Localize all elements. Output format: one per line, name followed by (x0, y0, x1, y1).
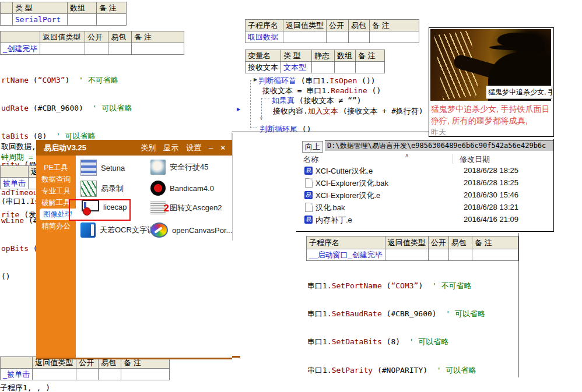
menu-display[interactable]: 显示 (163, 143, 178, 153)
code-fragment[interactable]: (串口1.Is (1, 196, 39, 207)
sidebar-item-pro-tools[interactable]: 专业工具 (36, 185, 76, 197)
easy-record-icon (80, 181, 97, 197)
up-button[interactable]: 向上 (302, 141, 323, 153)
opencanvas-icon (150, 223, 168, 238)
launcher-titlebar[interactable]: 易启动V3.25 类别 显示 设置 – × (36, 140, 232, 156)
app-item-bandicam[interactable]: Bandicam4.0 (150, 181, 214, 196)
launcher-window: 易启动V3.25 类别 显示 设置 – × PE工具 数据查询 专业工具 破解工… (36, 140, 232, 359)
code-line[interactable]: 接收内容.加入文本 (接收文本 + #换行符) (273, 106, 423, 116)
code-line[interactable]: 串口1.SetParity (#NOPARITY) ' 可以省略 (307, 365, 517, 376)
file-name[interactable]: XCI-Explorer汉化.e (315, 190, 380, 201)
app-item-opencanvas[interactable]: openCanvasPor... (150, 223, 232, 238)
col-header: 数组 (68, 2, 97, 14)
column-header-date[interactable]: 修改日期 (460, 154, 490, 165)
code-line[interactable]: 判断循环首 (串口1.IsOpen ()) (258, 76, 376, 86)
close-button[interactable]: × (220, 143, 225, 152)
app-label: Bandicam4.0 (170, 184, 214, 193)
col-header: 公开 (428, 236, 448, 249)
file-date: 2018/6/28 13:21 (464, 203, 518, 211)
column-header-name[interactable]: 名称 (303, 154, 318, 165)
type-value-cell[interactable]: SerialPort (13, 14, 68, 26)
menu-category[interactable]: 类别 (141, 143, 156, 153)
photo-card: 猛鬼梦中追杀少女, 手 猛鬼梦中追杀少女, 手持铁爪面目狰狞, 所有的噩梦都将成… (429, 27, 554, 137)
table-row[interactable]: SerialPort (1, 14, 127, 26)
col-header: 公开 (327, 20, 349, 31)
col-header: 返回值类型 (40, 31, 85, 43)
sidebar-item-office[interactable]: 精简办公 (36, 220, 76, 232)
bak-file-icon (305, 178, 313, 188)
col-header (1, 31, 40, 43)
table-row[interactable]: __启动窗口_创建完毕 (307, 249, 519, 261)
sort-ascending-icon[interactable]: ∧ (405, 153, 409, 158)
app-item-easy-record[interactable]: 易录制 (80, 181, 124, 197)
col-header: 子程序名 (307, 236, 385, 249)
file-row[interactable]: 内存补丁.e 2016/4/16 21:09 (296, 214, 553, 226)
subroutine-table: 返回值类型 公开 易包 备 注 _创建完毕 (0, 31, 184, 55)
code-line[interactable]: 串口1.SetPortName (“COM3”) ' 不可省略 (307, 281, 517, 291)
panel-bottom-border (232, 132, 429, 132)
file-row[interactable]: XCI-Explorer汉化.bak 2018/6/28 18:25 (296, 177, 553, 189)
sidebar-item-data-query[interactable]: 数据查询 (36, 174, 76, 185)
app-label: openCanvasPor... (172, 226, 232, 235)
file-row[interactable]: XCI-Explorer汉化.e 2018/6/30 15:46 (296, 189, 553, 202)
code-line[interactable]: 判断循环尾 () (260, 124, 311, 135)
file-name[interactable]: 内存补丁.e (315, 215, 352, 225)
file-row[interactable]: XCI-Cutter汉化.e 2018/6/28 18:25 (296, 165, 553, 177)
col-header: 数组 (335, 50, 356, 62)
seal-photo-icon (150, 160, 166, 175)
file-name[interactable]: XCI-Explorer汉化.bak (315, 178, 388, 189)
subroutine-name-cell[interactable]: 取回数据 (246, 31, 283, 43)
margin-marker-icon: ▶ (237, 107, 240, 112)
if-connector-line (261, 98, 269, 98)
app-item-setuna[interactable]: Setuna (80, 160, 125, 176)
table-row[interactable]: _被单击 (1, 369, 170, 380)
file-name[interactable]: XCI-Cutter汉化.e (315, 166, 373, 176)
code-fragment[interactable]: 取回数据, (1, 142, 36, 152)
table-row[interactable]: 接收文本 文本型 (246, 62, 385, 73)
subroutine-name-cell[interactable]: 被单击 (1, 178, 29, 189)
file-date: 2018/6/28 18:25 (464, 166, 518, 175)
minimize-button[interactable]: – (209, 143, 213, 152)
code-line[interactable]: 接收文本 = 串口1.ReadLine () (262, 86, 381, 96)
subroutine-name-cell[interactable]: _被单击 (1, 369, 33, 380)
photo-caption[interactable]: 猛鬼梦中追杀少女, 手持铁爪面目狰狞, 所有的噩梦都将成真, (431, 103, 551, 126)
panel-right-border (518, 233, 518, 377)
menu-settings[interactable]: 设置 (186, 143, 201, 153)
code-line[interactable]: udRate (#CBR_9600) ' 可以省略 (1, 103, 164, 114)
col-header: 备 注 (132, 31, 184, 43)
col-header: 备 注 (97, 2, 127, 14)
app-item-tianruo-ocr[interactable]: 天若OCR文字识... (80, 223, 161, 238)
launcher-title: 易启动V3.25 (36, 143, 86, 153)
subroutine-name-cell[interactable]: _创建完毕 (1, 43, 40, 55)
loop-connector-line (250, 128, 257, 128)
easy-file-icon (304, 191, 313, 199)
column-divider[interactable] (453, 154, 453, 164)
table-row[interactable]: _创建完毕 (1, 43, 184, 55)
file-date: 2018/6/30 15:46 (464, 190, 518, 199)
code-fragment[interactable]: 钟周期 = (1, 152, 37, 163)
file-name[interactable]: 汉化.bak (315, 203, 345, 213)
app-item-ascgen[interactable]: 图转文Ascgen2 (150, 202, 222, 214)
serial-setup-code[interactable]: 串口1.SetPortName (“COM3”) ' 不可省略 串口1.SetB… (307, 263, 517, 392)
app-item-safe-driving[interactable]: 安全行驶45 (150, 160, 208, 175)
file-row[interactable]: 汉化.bak 2018/6/28 13:21 (296, 202, 553, 214)
file-date: 2016/4/16 21:09 (464, 215, 518, 224)
col-header: 备 注 (356, 50, 385, 62)
variable-name-cell[interactable]: 接收文本 (246, 62, 281, 73)
col-header: 子程序名 (246, 20, 283, 31)
col-header: 返回值类型 (385, 236, 428, 249)
variable-type-cell[interactable]: 文本型 (281, 62, 312, 73)
code-line[interactable]: 串口1.SetDataBits (8) ' 可以省略 (307, 337, 517, 347)
code-line[interactable]: 串口1.SetBaudRate (#CBR_9600) ' 可以省略 (307, 309, 517, 319)
code-line[interactable]: rtName (“COM3”) ' 不可省略 (1, 75, 164, 86)
loop-connector-line (250, 80, 251, 128)
annotation-highlight-box (69, 199, 131, 221)
subroutine-table: 子程序名 返回值类型 公开 易包 备 注 取回数据 (245, 19, 419, 43)
col-header: 易包 (108, 31, 132, 43)
address-bar[interactable]: D:\数据管理\易语言开发\e9856306489e6b6c90f542a56e… (325, 140, 553, 151)
sidebar-item-pe-tools[interactable]: PE工具 (36, 162, 76, 174)
subroutine-name-cell[interactable]: __启动窗口_创建完毕 (307, 249, 385, 261)
table-row[interactable]: 取回数据 (246, 31, 419, 43)
code-line[interactable]: 如果真 (接收文本 ≠ “”) (272, 96, 362, 106)
code-fragment[interactable]: 子程序1, , ) (0, 383, 50, 392)
